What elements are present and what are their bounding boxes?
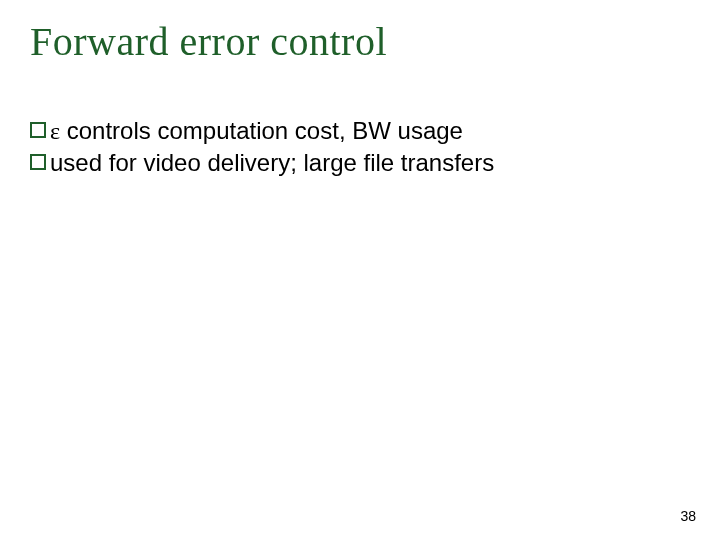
bullet-square-icon	[30, 122, 46, 138]
bullet-text-content: controls computation cost, BW usage	[60, 117, 463, 144]
bullet-list: ε controls computation cost, BW usage us…	[30, 116, 680, 180]
bullet-item: ε controls computation cost, BW usage	[30, 116, 680, 146]
epsilon-symbol: ε	[50, 118, 60, 144]
bullet-text-content: used for video delivery; large file tran…	[50, 149, 494, 176]
page-number: 38	[680, 508, 696, 524]
bullet-square-icon	[30, 154, 46, 170]
bullet-item: used for video delivery; large file tran…	[30, 148, 680, 178]
slide-title: Forward error control	[30, 18, 387, 65]
slide: Forward error control ε controls computa…	[0, 0, 720, 540]
bullet-text: used for video delivery; large file tran…	[50, 148, 494, 178]
bullet-text: ε controls computation cost, BW usage	[50, 116, 463, 146]
